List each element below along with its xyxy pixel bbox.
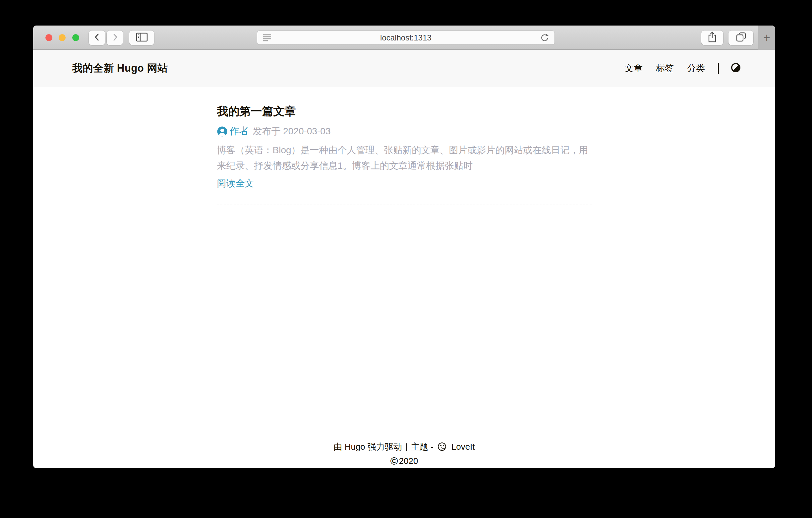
address-bar[interactable]: localhost:1313 <box>257 31 554 45</box>
site-header: 我的全新 Hugo 网站 文章 标签 分类 <box>33 50 775 87</box>
plus-icon: + <box>763 32 770 44</box>
theme-name-link[interactable]: LoveIt <box>452 442 475 452</box>
reload-icon[interactable] <box>540 33 549 44</box>
main-content: 我的第一篇文章 作者 发布于 2020-03-03 博客（英语：Blog）是一种… <box>33 87 775 441</box>
copyright-year: 2020 <box>399 456 418 466</box>
kiss-face-icon <box>437 442 447 452</box>
tabs-icon <box>735 32 747 44</box>
browser-toolbar: localhost:1313 <box>33 26 775 50</box>
post-list: 我的第一篇文章 作者 发布于 2020-03-03 博客（英语：Blog）是一种… <box>217 87 591 205</box>
nav-item-tags[interactable]: 标签 <box>656 62 674 74</box>
post-divider <box>217 205 591 205</box>
footer-separator: | <box>405 442 408 452</box>
share-button[interactable] <box>701 30 723 45</box>
share-icon <box>707 31 718 45</box>
forward-icon <box>110 32 120 44</box>
footer-credits: 由 Hugo 强力驱动 | 主题 - LoveIt <box>33 441 775 453</box>
page-footer: 由 Hugo 强力驱动 | 主题 - LoveIt © 2020 <box>33 441 775 468</box>
footer-copyright: © 2020 <box>33 456 775 466</box>
nav-separator <box>718 63 719 74</box>
powered-by-text: 由 Hugo 强力驱动 <box>334 441 402 453</box>
contrast-circle-icon <box>731 63 741 74</box>
site-nav: 文章 标签 分类 <box>625 62 705 74</box>
post-summary-text: 博客（英语：Blog）是一种由个人管理、张贴新的文章、图片或影片的网站或在线日记… <box>217 142 591 173</box>
show-tabs-button[interactable] <box>728 30 753 45</box>
post-summary-card: 我的第一篇文章 作者 发布于 2020-03-03 博客（英语：Blog）是一种… <box>217 104 591 205</box>
back-button[interactable] <box>89 30 105 45</box>
new-tab-button[interactable]: + <box>758 26 775 50</box>
post-meta: 作者 发布于 2020-03-03 <box>217 125 591 138</box>
back-icon <box>92 32 103 44</box>
post-publish-date: 发布于 2020-03-03 <box>253 125 331 138</box>
site-title[interactable]: 我的全新 Hugo 网站 <box>72 61 168 75</box>
theme-toggle-button[interactable] <box>731 63 741 74</box>
close-window-button[interactable] <box>46 34 52 41</box>
sidebar-button[interactable] <box>129 30 154 45</box>
zoom-window-button[interactable] <box>72 34 79 41</box>
author-link[interactable]: 作者 <box>230 125 249 138</box>
nav-item-posts[interactable]: 文章 <box>625 62 643 74</box>
sidebar-icon <box>136 32 148 44</box>
reader-icon[interactable] <box>262 34 272 43</box>
post-title-link[interactable]: 我的第一篇文章 <box>217 104 591 119</box>
read-more-link[interactable]: 阅读全文 <box>217 177 254 190</box>
forward-button[interactable] <box>107 30 123 45</box>
minimize-window-button[interactable] <box>59 34 66 41</box>
url-text: localhost:1313 <box>380 33 432 43</box>
user-circle-icon <box>217 126 227 137</box>
theme-label-text: 主题 - <box>411 441 434 453</box>
copyright-icon: © <box>390 456 398 466</box>
browser-window: localhost:1313 <box>33 26 775 468</box>
nav-item-categories[interactable]: 分类 <box>687 62 705 74</box>
